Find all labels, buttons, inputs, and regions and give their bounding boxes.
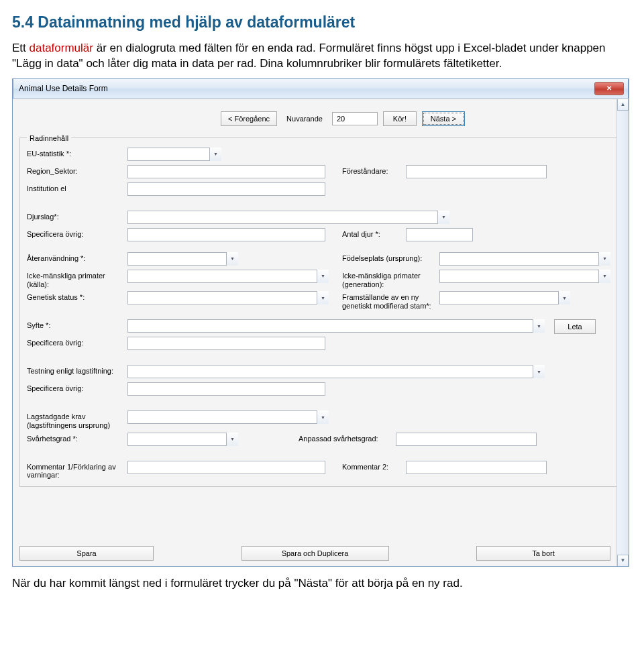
highlighted-term: dataformulär [30,42,93,54]
label-institution: Institution el [27,182,127,193]
scroll-up-icon[interactable]: ▲ [617,99,629,111]
intro-text-a: Ett [12,42,30,54]
eu-statistik-combo[interactable] [127,148,221,161]
kommentar-1-input[interactable] [127,461,325,474]
specificera-2-input[interactable] [127,337,325,350]
close-button[interactable]: ✕ [594,82,624,95]
chevron-down-icon[interactable]: ▼ [226,433,238,446]
label-testning: Testning enligt lagstiftning: [27,365,127,376]
kommentar-2-input[interactable] [406,461,547,474]
label-fodelseplats: Födelseplats (ursprung): [342,252,439,263]
region-input[interactable] [127,165,325,178]
save-duplicate-button[interactable]: Spara och Duplicera [241,546,389,561]
label-specificera-1: Specificera övrig: [27,228,127,239]
fieldset-radinnehall: Radinnehåll EU-statistik *: ▼ Region_Sek… [19,134,618,487]
fodelseplats-combo[interactable] [439,252,610,266]
chevron-down-icon[interactable]: ▼ [317,291,329,304]
chevron-down-icon[interactable]: ▼ [598,270,610,283]
label-specificera-2: Specificera övrig: [27,337,127,347]
chevron-down-icon[interactable]: ▼ [533,365,545,378]
label-primater-gen: Icke-mänskliga primater (generation): [342,270,439,288]
label-specificera-3: Specificera övrig: [27,382,127,393]
chevron-down-icon[interactable]: ▼ [317,270,329,283]
chevron-down-icon[interactable]: ▼ [209,148,221,161]
delete-button[interactable]: Ta bort [476,546,610,561]
label-region: Region_Sektor: [27,165,127,176]
institution-input[interactable] [127,182,325,196]
chevron-down-icon[interactable]: ▼ [598,252,610,266]
svarhetsgrad-combo[interactable] [127,433,238,446]
go-button[interactable]: Kör! [383,111,417,126]
label-syfte: Syfte *: [27,319,127,330]
window-title: Animal Use Details Form [17,84,594,93]
lagstadgade-combo[interactable] [127,410,329,424]
label-framstallande: Framställande av en ny genetiskt modifie… [342,291,439,310]
chevron-down-icon[interactable]: ▼ [437,211,449,224]
anpassad-input[interactable] [396,433,537,446]
save-button[interactable]: Spara [19,546,154,561]
chevron-down-icon[interactable]: ▼ [558,291,570,304]
primater-gen-combo[interactable] [439,270,610,283]
label-lagstadgade: Lagstadgade krav (lagstiftningens urspru… [27,410,127,429]
record-navigation: < Föregåenc Nuvarande Kör! Nästa > [13,99,617,133]
genetisk-status-combo[interactable] [127,291,329,304]
label-anpassad: Anpassad svårhetsgrad: [299,433,396,443]
fieldset-legend: Radinnehåll [27,134,71,142]
forestandare-input[interactable] [406,165,547,178]
testning-combo[interactable] [127,365,545,378]
djurslag-combo[interactable] [127,211,449,224]
record-number-input[interactable] [332,112,378,125]
current-label: Nuvarande [282,115,327,123]
specificera-1-input[interactable] [127,228,325,241]
dialog-window: Animal Use Details Form ✕ < Föregåenc Nu… [12,78,629,567]
label-eu-statistik: EU-statistik *: [27,148,127,158]
vertical-scrollbar[interactable]: ▲ ▼ [616,99,629,566]
syfte-combo[interactable] [127,319,545,333]
framstallande-combo[interactable] [439,291,570,304]
specificera-3-input[interactable] [127,382,325,396]
scroll-down-icon[interactable]: ▼ [617,555,629,566]
titlebar: Animal Use Details Form ✕ [13,78,629,99]
dialog-footer: Spara Spara och Duplicera Ta bort [19,546,610,561]
window-body: < Föregåenc Nuvarande Kör! Nästa > Radin… [13,99,629,566]
doc-intro-paragraph: Ett dataformulär är en dialogruta med fä… [12,41,632,72]
label-kommentar-1: Kommentar 1/Förklaring av varningar: [27,461,127,480]
chevron-down-icon[interactable]: ▼ [226,252,238,266]
label-djurslag: Djurslag*: [27,211,127,221]
chevron-down-icon[interactable]: ▼ [533,319,545,333]
leta-button[interactable]: Leta [554,319,596,334]
chevron-down-icon[interactable]: ▼ [317,410,329,424]
label-forestandare: Föreståndare: [342,165,406,176]
intro-text-b: är en dialogruta med fälten för en enda … [12,42,606,70]
label-svarhetsgrad: Svårhetsgrad *: [27,433,127,443]
label-kommentar-2: Kommentar 2: [342,461,406,471]
close-icon: ✕ [606,85,612,92]
ateranvandning-combo[interactable] [127,252,238,266]
antal-djur-input[interactable] [406,228,473,241]
label-genetisk-status: Genetisk status *: [27,291,127,302]
prev-button[interactable]: < Föregåenc [221,111,277,126]
label-primater-kalla: Icke-mänskliga primater (källa): [27,270,127,288]
label-ateranvandning: Återanvändning *: [27,252,127,263]
doc-heading: 5.4 Datainmatning med hjälp av dataformu… [12,13,632,32]
primater-kalla-combo[interactable] [127,270,329,283]
next-button[interactable]: Nästa > [422,111,465,126]
doc-footer-paragraph: När du har kommit längst ned i formuläre… [12,576,632,592]
label-antal-djur: Antal djur *: [342,228,406,239]
